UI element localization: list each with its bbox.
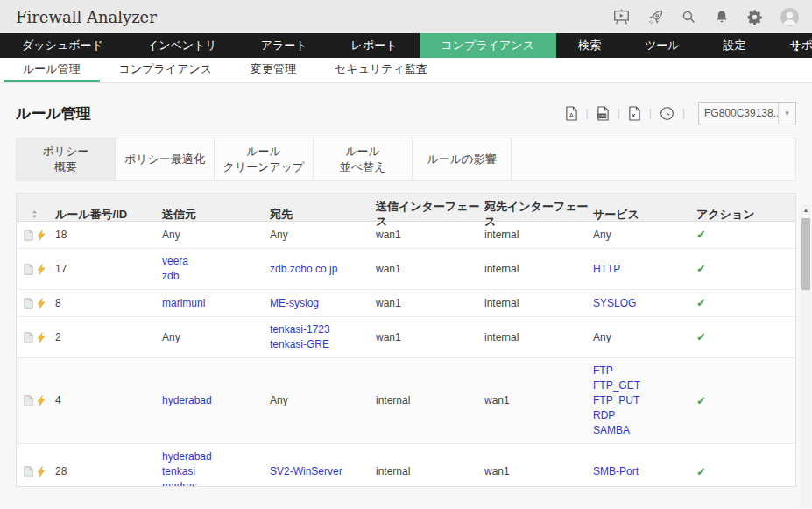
row-icons — [17, 258, 55, 280]
nav-item-2[interactable]: インベントリ — [125, 33, 239, 58]
excel-export-icon[interactable]: x — [628, 106, 641, 121]
subnav-item-2[interactable]: コンプライアンス — [100, 58, 231, 82]
rule-destination-link[interactable]: ME-syslog — [270, 296, 372, 311]
scroll-up-arrow-icon[interactable]: ▲ — [801, 204, 811, 215]
allow-check-icon: ✓ — [696, 465, 706, 478]
rule-row-4[interactable]: 4hyderabadAnyinternalwan1FTPFTP_GETFTP_P… — [17, 357, 795, 443]
rule-source-link[interactable]: hyderabad — [162, 449, 266, 464]
rule-note-icon[interactable] — [24, 298, 33, 309]
tab-2[interactable]: ポリシー最適化 — [116, 138, 215, 180]
rule-services: Any — [593, 325, 696, 350]
nav-item-4[interactable]: レポート — [329, 33, 420, 58]
rules-table: ルール番号/ID送信元宛先送信インターフェース宛先インターフェースサービスアクシ… — [16, 193, 796, 487]
sort-icon[interactable] — [31, 209, 39, 219]
tab-5[interactable]: ルールの影響 — [413, 138, 512, 180]
settings-gear-icon[interactable] — [746, 9, 763, 25]
rule-lightning-icon[interactable] — [38, 466, 46, 477]
subnav-item-3[interactable]: 変更管理 — [231, 58, 315, 82]
rule-destination: SV2-WinServer — [270, 459, 376, 484]
rule-lightning-icon[interactable] — [38, 332, 46, 343]
main-nav: ダッシュボードインベントリアラートレポートコンプライアンス検索ツール設定サポート… — [0, 33, 812, 58]
rule-in-interface: internal — [484, 291, 593, 316]
allow-check-icon: ✓ — [696, 262, 706, 275]
rule-note-icon[interactable] — [24, 332, 33, 343]
rule-services-link[interactable]: SYSLOG — [593, 296, 693, 311]
notifications-bell-icon[interactable] — [714, 9, 730, 25]
rule-services-link[interactable]: HTTP — [593, 262, 693, 277]
vertical-scrollbar[interactable]: ▲ — [801, 204, 811, 507]
search-icon[interactable] — [681, 9, 697, 25]
tab-4[interactable]: ルール並べ替え — [314, 138, 413, 180]
nav-item-1[interactable]: ダッシュボード — [0, 33, 125, 58]
rule-out-interface: wan1 — [376, 325, 484, 350]
demo-player-icon[interactable] — [612, 9, 631, 25]
page-title: ルール管理 — [16, 103, 91, 124]
rule-lightning-icon[interactable] — [38, 298, 46, 309]
rule-lightning-icon[interactable] — [38, 264, 46, 275]
rule-services-link[interactable]: SAMBA — [593, 423, 693, 438]
tab-label-line: ルール — [246, 144, 281, 159]
table-body: 18AnyAnywan1internalAny✓17veerazdbzdb.zo… — [17, 222, 795, 487]
rule-out-interface: wan1 — [376, 257, 484, 282]
rule-destination-link[interactable]: SV2-WinServer — [270, 464, 372, 479]
rule-note-icon[interactable] — [24, 395, 33, 406]
rule-services: SYSLOG — [593, 291, 696, 316]
row-icons — [17, 390, 55, 412]
csv-export-icon[interactable]: CSV — [597, 106, 610, 121]
rule-note-icon[interactable] — [24, 466, 33, 477]
rule-source-link[interactable]: hyderabad — [162, 393, 266, 408]
subnav-item-1[interactable]: ルール管理 — [4, 58, 100, 82]
rule-in-interface: internal — [484, 257, 593, 282]
rule-services: FTPFTP_GETFTP_PUTRDPSAMBA — [593, 358, 696, 443]
rule-lightning-icon[interactable] — [38, 395, 46, 406]
nav-item-7[interactable]: ツール — [623, 33, 702, 58]
rule-id: 4 — [55, 388, 162, 414]
user-avatar[interactable] — [780, 7, 800, 27]
table-header-row: ルール番号/ID送信元宛先送信インターフェース宛先インターフェースサービスアクシ… — [17, 194, 795, 222]
rule-source-link[interactable]: marimuni — [162, 296, 266, 311]
rule-source-link[interactable]: madras — [162, 479, 266, 487]
device-select[interactable]: FG800C39138... ▾ — [698, 102, 796, 124]
rule-destination: Any — [270, 388, 376, 414]
rule-services-link[interactable]: FTP_PUT — [593, 393, 693, 408]
schedule-clock-icon[interactable] — [660, 106, 674, 121]
rule-source-link[interactable]: tenkasi — [162, 464, 266, 479]
rule-services-link[interactable]: FTP_GET — [593, 378, 693, 393]
rule-action: ✓ — [696, 222, 795, 248]
rule-destination-link[interactable]: tenkasi-1723 — [270, 322, 372, 337]
rule-row-8[interactable]: 8marimuniME-syslogwan1internalSYSLOG✓ — [17, 289, 795, 316]
nav-item-8[interactable]: 設定 — [702, 33, 768, 58]
nav-item-5[interactable]: コンプライアンス — [420, 33, 556, 58]
rule-source-link[interactable]: veera — [162, 254, 266, 269]
rule-source: Any — [162, 223, 270, 248]
tab-1[interactable]: ポリシー概要 — [17, 138, 116, 180]
rule-row-28[interactable]: 28hyderabadtenkasimadrasSV2-WinServerint… — [17, 443, 795, 487]
kebab-menu-icon[interactable]: ⋮ — [787, 33, 807, 58]
nav-item-3[interactable]: アラート — [239, 33, 329, 58]
rule-row-17[interactable]: 17veerazdbzdb.zoho.co.jpwan1internalHTTP… — [17, 248, 795, 289]
subnav-item-4[interactable]: セキュリティ監査 — [315, 58, 447, 82]
rule-source-link[interactable]: zdb — [162, 269, 266, 284]
rule-id: 18 — [55, 223, 162, 248]
rule-destination-link[interactable]: zdb.zoho.co.jp — [270, 262, 372, 277]
pdf-export-icon[interactable]: A — [565, 106, 578, 121]
row-icons — [17, 461, 55, 483]
rule-row-2[interactable]: 2Anytenkasi-1723tenkasi-GREwan1internalA… — [17, 316, 795, 357]
rule-lightning-icon[interactable] — [38, 230, 46, 241]
rule-destination: zdb.zoho.co.jp — [270, 257, 376, 282]
getting-started-rocket-icon[interactable] — [647, 9, 664, 25]
scrollbar-thumb[interactable] — [801, 218, 810, 290]
rule-services-link[interactable]: RDP — [593, 408, 693, 423]
tab-3[interactable]: ルールクリーンアップ — [215, 138, 314, 180]
rule-services-link[interactable]: SMB-Port — [593, 464, 693, 479]
rule-note-icon[interactable] — [24, 230, 33, 241]
sort-column-header — [17, 204, 55, 224]
rule-note-icon[interactable] — [24, 264, 33, 275]
svg-text:A: A — [568, 111, 573, 119]
rule-services-link[interactable]: FTP — [593, 364, 693, 378]
rule-destination-link[interactable]: tenkasi-GRE — [270, 337, 372, 352]
rule-in-interface: internal — [484, 325, 593, 350]
rule-row-18[interactable]: 18AnyAnywan1internalAny✓ — [17, 222, 795, 248]
rule-destination: Any — [270, 223, 376, 248]
nav-item-6[interactable]: 検索 — [556, 33, 623, 58]
